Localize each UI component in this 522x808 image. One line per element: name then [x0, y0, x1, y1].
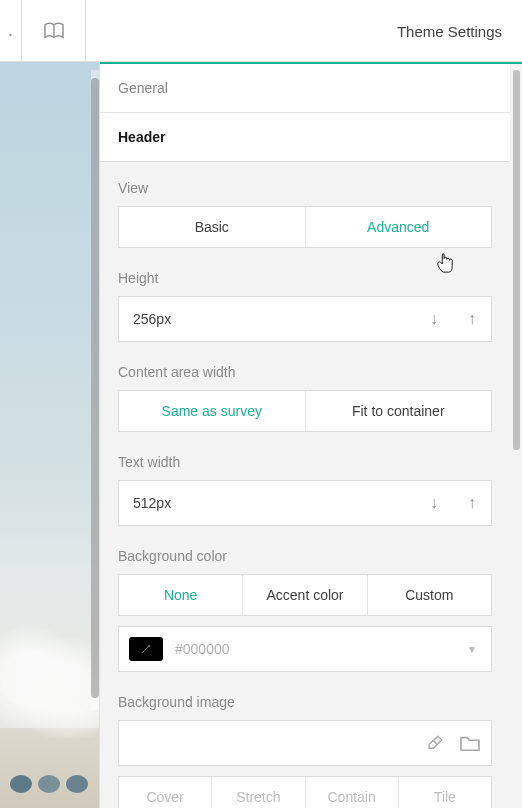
view-label: View — [118, 180, 492, 196]
bg-color-picker[interactable]: #000000 ▼ — [118, 626, 492, 672]
bg-image-browse-button[interactable] — [459, 734, 481, 752]
bg-color-group: Background color None Accent color Custo… — [118, 548, 492, 672]
height-input[interactable] — [119, 297, 415, 341]
bg-image-fit-contain[interactable]: Contain — [306, 777, 399, 808]
canvas-preview — [0, 62, 100, 808]
arrow-up-icon: ↑ — [468, 310, 476, 328]
color-swatch — [129, 637, 163, 661]
text-width-label: Text width — [118, 454, 492, 470]
height-label: Height — [118, 270, 492, 286]
bg-image-fit-tile[interactable]: Tile — [399, 777, 491, 808]
chevron-down-icon: ▼ — [467, 644, 477, 655]
svg-line-1 — [433, 740, 438, 745]
bg-image-fit-cover[interactable]: Cover — [119, 777, 212, 808]
bg-image-clear-button[interactable] — [425, 734, 445, 752]
content-width-option-fit[interactable]: Fit to container — [306, 391, 492, 431]
view-toggle: Basic Advanced — [118, 206, 492, 248]
arrow-down-icon: ↓ — [430, 310, 438, 328]
content-width-toggle: Same as survey Fit to container — [118, 390, 492, 432]
section-general[interactable]: General — [100, 64, 510, 113]
text-width-input[interactable] — [119, 481, 415, 525]
bg-color-option-accent[interactable]: Accent color — [243, 575, 367, 615]
height-input-wrapper: ↓ ↑ — [118, 296, 492, 342]
theme-settings-panel: General Header View Basic Advanced Heigh… — [100, 62, 522, 808]
dots-icon: . — [8, 20, 13, 41]
view-option-advanced[interactable]: Advanced — [306, 207, 492, 247]
bg-color-option-custom[interactable]: Custom — [368, 575, 491, 615]
bg-image-input-row — [118, 720, 492, 766]
scrollbar-thumb[interactable] — [513, 70, 520, 450]
arrow-down-icon: ↓ — [430, 494, 438, 512]
bg-image-label: Background image — [118, 694, 492, 710]
content-width-label: Content area width — [118, 364, 492, 380]
eyedropper-icon — [140, 643, 152, 655]
text-width-group: Text width ↓ ↑ — [118, 454, 492, 526]
text-width-decrease-button[interactable]: ↓ — [415, 481, 453, 525]
height-decrease-button[interactable]: ↓ — [415, 297, 453, 341]
preview-scrollbar[interactable] — [91, 70, 99, 710]
panel-scrollbar[interactable] — [512, 68, 522, 804]
eraser-icon — [425, 734, 445, 752]
bg-color-hex: #000000 — [175, 641, 230, 657]
view-group: View Basic Advanced — [118, 180, 492, 248]
content-width-group: Content area width Same as survey Fit to… — [118, 364, 492, 432]
more-menu-button[interactable]: . — [0, 0, 22, 61]
section-header[interactable]: Header — [100, 113, 510, 162]
top-toolbar: . Theme Settings — [0, 0, 522, 62]
bg-image-fit-toggle: Cover Stretch Contain Tile — [118, 776, 492, 808]
preview-button[interactable] — [22, 0, 86, 61]
toolbar-left-group: . — [0, 0, 86, 61]
text-width-input-wrapper: ↓ ↑ — [118, 480, 492, 526]
panel-title: Theme Settings — [397, 0, 502, 62]
bg-image-group: Background image — [118, 694, 492, 808]
text-width-increase-button[interactable]: ↑ — [453, 481, 491, 525]
book-icon — [43, 22, 65, 40]
arrow-up-icon: ↑ — [468, 494, 476, 512]
bg-image-fit-stretch[interactable]: Stretch — [212, 777, 305, 808]
height-increase-button[interactable]: ↑ — [453, 297, 491, 341]
bg-color-toggle: None Accent color Custom — [118, 574, 492, 616]
height-group: Height ↓ ↑ — [118, 270, 492, 342]
bg-color-option-none[interactable]: None — [119, 575, 243, 615]
bg-color-label: Background color — [118, 548, 492, 564]
content-width-option-same[interactable]: Same as survey — [119, 391, 306, 431]
view-option-basic[interactable]: Basic — [119, 207, 306, 247]
folder-icon — [459, 734, 481, 752]
